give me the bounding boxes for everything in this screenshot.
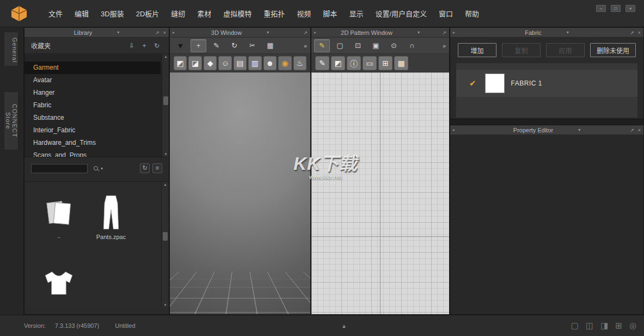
- scroll-down-icon[interactable]: ▾: [162, 303, 169, 307]
- library-folder-garment[interactable]: Garment: [24, 62, 161, 74]
- undock-icon[interactable]: ↗: [442, 30, 446, 35]
- chevron-down-icon[interactable]: ▾: [418, 30, 420, 35]
- menu-item-window[interactable]: 窗口: [433, 8, 459, 19]
- grid-icon[interactable]: ⊞: [378, 56, 392, 70]
- chevron-down-icon[interactable]: ▾: [567, 30, 569, 35]
- download-icon[interactable]: ⇩: [126, 42, 137, 50]
- menu-item-display[interactable]: 显示: [343, 8, 369, 19]
- fabric-swatch[interactable]: [485, 74, 505, 93]
- menu-item-edit[interactable]: 编辑: [69, 8, 95, 19]
- globe-icon[interactable]: ◉: [278, 56, 291, 70]
- hanger-icon[interactable]: ∩: [404, 39, 420, 52]
- layout-single-icon[interactable]: ▢: [571, 321, 579, 331]
- close-icon[interactable]: ×: [163, 30, 166, 35]
- 3d-viewport[interactable]: [170, 72, 310, 314]
- refresh-button[interactable]: ↻: [140, 163, 150, 173]
- layout-three-pane-icon[interactable]: ◨: [600, 321, 608, 331]
- mesh-icon[interactable]: ◆: [204, 56, 217, 70]
- search-icon[interactable]: [94, 166, 98, 170]
- info-icon[interactable]: ⓘ: [347, 56, 361, 70]
- close-button[interactable]: ×: [625, 5, 635, 12]
- swatch-grid-icon[interactable]: ▦: [394, 56, 408, 70]
- add-fabric-button[interactable]: 增加: [458, 43, 496, 57]
- scrollbar-thumb[interactable]: [163, 232, 168, 241]
- refresh-icon[interactable]: ↻: [151, 42, 162, 50]
- chevron-down-icon[interactable]: ▾: [117, 30, 119, 35]
- apply-fabric-button[interactable]: 应用: [546, 43, 585, 57]
- library-folder-substance[interactable]: Substance: [24, 112, 161, 124]
- folder-icon[interactable]: ⊡: [350, 39, 366, 52]
- scroll-down-icon[interactable]: ▾: [162, 152, 169, 156]
- garment-2d-icon[interactable]: ◩: [331, 56, 345, 70]
- cloth-back-icon[interactable]: ▥: [248, 56, 261, 70]
- search-input[interactable]: [31, 164, 88, 173]
- library-folder-fabric[interactable]: Fabric: [24, 99, 161, 112]
- menu-item-file[interactable]: 文件: [42, 8, 69, 19]
- garment-texture-icon[interactable]: ◪: [188, 56, 201, 70]
- steamer-icon[interactable]: ♨: [293, 56, 306, 70]
- delete-unused-fabric-button[interactable]: 删除未使用: [590, 43, 636, 57]
- close-icon[interactable]: ×: [638, 127, 641, 133]
- select-move-icon[interactable]: +: [191, 39, 206, 52]
- library-folder-interior-fabric[interactable]: Interior_Fabric: [24, 124, 161, 137]
- copy-fabric-button[interactable]: 复制: [502, 43, 541, 57]
- pen-icon[interactable]: ✎: [208, 39, 224, 52]
- layout-two-pane-icon[interactable]: ◫: [586, 321, 593, 331]
- menu-item-video[interactable]: 视频: [291, 8, 317, 19]
- minimize-button[interactable]: –: [596, 5, 606, 12]
- statusbar-expand-button[interactable]: ▲: [341, 323, 347, 329]
- 2d-viewport[interactable]: [311, 72, 449, 314]
- undock-icon[interactable]: ↗: [303, 30, 308, 35]
- library-item-parent-folder[interactable]: ..: [34, 196, 84, 239]
- close-icon[interactable]: ×: [638, 30, 641, 35]
- chevron-down-icon[interactable]: ▾: [267, 30, 269, 35]
- edit-pattern-icon[interactable]: ▢: [332, 39, 348, 52]
- panel-menu-icon[interactable]: ▸: [314, 30, 316, 35]
- library-folder-hardware-and-trims[interactable]: Hardware_and_Trims: [24, 137, 161, 149]
- rotate-gizmo-icon[interactable]: ↻: [226, 39, 242, 52]
- layout-quad-pane-icon[interactable]: ⊞: [615, 321, 622, 331]
- chevron-down-icon[interactable]: ▾: [578, 127, 580, 132]
- toolbar-overflow-icon[interactable]: »: [443, 42, 445, 49]
- menu-item-avatar[interactable]: 虚拟模特: [217, 8, 257, 19]
- library-item-shirt[interactable]: [34, 268, 84, 300]
- library-folder-scans-and-props[interactable]: Scans_and_Props: [24, 149, 161, 157]
- texture-pen-icon[interactable]: ✎: [315, 56, 329, 70]
- menu-item-sewing[interactable]: 缝纫: [165, 8, 191, 19]
- search-chevron-down-icon[interactable]: ▾: [101, 166, 103, 171]
- menu-item-material[interactable]: 素材: [191, 8, 217, 19]
- pattern-outline-icon[interactable]: ▭: [363, 56, 377, 70]
- scrollbar-thumb[interactable]: [163, 96, 168, 105]
- panel-menu-icon[interactable]: ▸: [173, 30, 175, 35]
- menu-item-2d-pattern[interactable]: 2D板片: [130, 8, 165, 19]
- scroll-up-icon[interactable]: ▴: [162, 54, 169, 59]
- simulate-icon[interactable]: ▼: [173, 39, 188, 52]
- tab-connect-store[interactable]: CONNECT Store: [4, 91, 19, 150]
- scroll-up-icon[interactable]: ▴: [162, 182, 169, 187]
- list-view-button[interactable]: ≡: [152, 163, 162, 173]
- undock-icon[interactable]: ↗: [155, 30, 160, 35]
- library-items-scrollbar[interactable]: ▴ ▾: [161, 182, 168, 308]
- menu-item-retopology[interactable]: 重拓扑: [257, 8, 291, 19]
- cloth-front-icon[interactable]: ▤: [234, 56, 247, 70]
- menu-item-help[interactable]: 帮助: [459, 8, 485, 19]
- maximize-button[interactable]: □: [611, 5, 621, 12]
- library-folder-hanger[interactable]: Hanger: [24, 87, 161, 99]
- library-folder-avatar[interactable]: Avatar: [24, 74, 161, 87]
- transform-pattern-icon[interactable]: ✎: [314, 39, 330, 52]
- undock-icon[interactable]: ↗: [630, 127, 634, 133]
- menu-item-settings[interactable]: 设置/用户自定义: [369, 8, 433, 19]
- avatar-icon[interactable]: ☺: [218, 56, 231, 70]
- toolbar-overflow-icon[interactable]: »: [304, 42, 306, 49]
- fabric-list-item[interactable]: ✔ FABRIC 1: [456, 70, 637, 97]
- library-folders-scrollbar[interactable]: ▴ ▾: [162, 54, 169, 157]
- box-tool-icon[interactable]: ▦: [262, 39, 278, 52]
- panel-menu-icon[interactable]: ▸: [453, 127, 455, 132]
- library-item-pants[interactable]: Pants.zpac: [86, 194, 136, 240]
- scissors-icon[interactable]: ✂: [244, 39, 260, 52]
- menu-item-script[interactable]: 脚本: [317, 8, 343, 19]
- menu-item-3d-garment[interactable]: 3D服装: [95, 8, 130, 19]
- tab-general[interactable]: General: [4, 32, 19, 66]
- mannequin-icon[interactable]: ☻: [263, 56, 277, 70]
- panel-menu-icon[interactable]: ▸: [453, 30, 455, 35]
